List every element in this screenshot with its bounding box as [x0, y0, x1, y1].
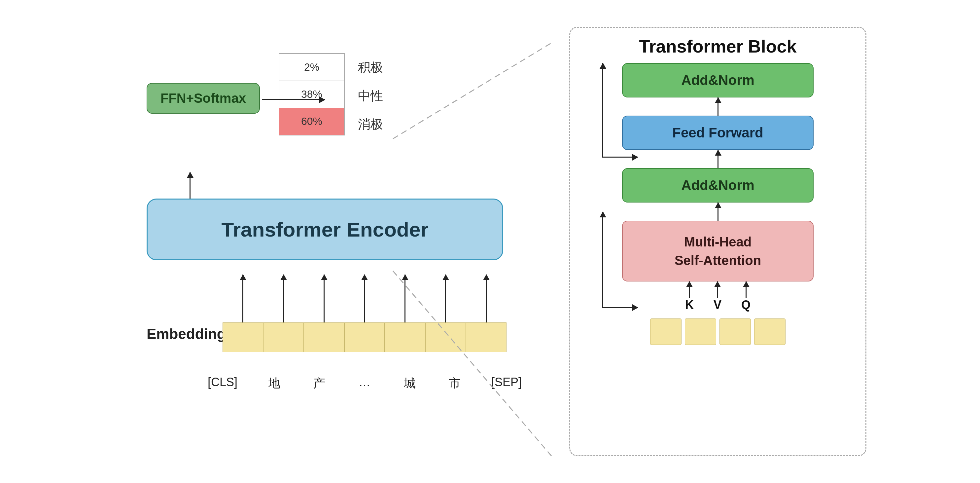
v-arrow-group: V — [714, 282, 721, 312]
add-norm-top-label: Add&Norm — [681, 72, 754, 88]
transformer-encoder-label: Transformer Encoder — [221, 218, 428, 241]
bar-positive-label: 2% — [304, 61, 319, 73]
right-emb-1 — [650, 319, 681, 345]
blocks-area: Add&Norm Feed Forward Add&Norm — [569, 63, 866, 345]
arrow-ff-to-add-norm — [718, 150, 719, 168]
right-emb-2 — [685, 319, 716, 345]
emb-cell-7 — [466, 322, 506, 352]
emb-arrow-1 — [242, 274, 243, 322]
emb-arrow-5 — [404, 274, 406, 322]
token-di: 地 — [264, 375, 284, 392]
right-panel: Transformer Block Add&Norm Feed Forward … — [569, 27, 866, 456]
token-cheng: 城 — [400, 375, 420, 392]
arrow-head — [743, 281, 749, 287]
skip-bot-horizontal — [602, 307, 638, 308]
mhsa-line1: Multi-Head — [684, 234, 751, 249]
token-labels: [CLS] 地 产 … 城 市 [SEP] — [206, 375, 523, 392]
arrow-add-norm-to-mhsa — [718, 202, 719, 221]
arrow-head — [483, 274, 490, 280]
bar-negative-label: 60% — [301, 115, 322, 128]
add-norm-top-block: Add&Norm — [622, 63, 814, 97]
arrow-head — [715, 202, 721, 208]
arrow-head-up — [187, 172, 194, 178]
arrow-head — [442, 274, 449, 280]
token-chan: 产 — [309, 375, 329, 392]
right-emb-3 — [719, 319, 751, 345]
token-shi: 市 — [445, 375, 465, 392]
arrow-head — [402, 274, 409, 280]
emb-cell-6 — [425, 322, 466, 352]
arrow-head — [715, 150, 721, 156]
bar-positive: 2% — [279, 54, 344, 81]
k-label: K — [685, 298, 694, 312]
arrow-head — [240, 274, 246, 280]
skip-bot-arrow-head — [600, 212, 606, 217]
main-container: 2% 38% 60% 积极 中性 消极 FFN+Softmax — [0, 0, 980, 483]
feed-forward-label: Feed Forward — [672, 125, 763, 140]
embedding-row — [223, 322, 506, 352]
add-norm-bot-block: Add&Norm — [622, 168, 814, 202]
ffn-softmax-box: FFN+Softmax — [146, 83, 260, 114]
emb-arrow-6 — [445, 274, 446, 322]
skip-top-horizontal — [602, 156, 638, 158]
emb-cell-3 — [304, 322, 344, 352]
right-emb-4 — [754, 319, 786, 345]
bar-negative: 60% — [279, 108, 344, 135]
emb-cell-2 — [263, 322, 304, 352]
right-embeddings — [650, 319, 786, 345]
kvq-section: K V Q — [685, 282, 751, 312]
embedding-label: Embedding — [146, 326, 226, 342]
v-label: V — [714, 298, 721, 312]
skip-bot-vertical — [602, 212, 603, 308]
left-diagram: 2% 38% 60% 积极 中性 消极 FFN+Softmax — [120, 43, 549, 440]
arrow-head — [280, 274, 287, 280]
k-arrow-group: K — [685, 282, 694, 312]
arrow-add-norm-to-ff — [718, 97, 719, 116]
ffn-softmax-label: FFN+Softmax — [161, 91, 246, 105]
v-arrow-shaft — [717, 282, 718, 298]
arrow-head — [714, 281, 721, 287]
token-ellipsis: … — [355, 375, 374, 392]
k-arrow-shaft — [689, 282, 690, 298]
token-cls: [CLS] — [206, 375, 239, 392]
emb-cell-1 — [223, 322, 263, 352]
emb-arrow-2 — [283, 274, 284, 322]
label-negative: 消极 — [358, 110, 383, 139]
arrow-head-right — [319, 96, 325, 103]
emb-arrow-4 — [364, 274, 365, 322]
emb-cell-4 — [344, 322, 385, 352]
skip-top-vertical — [602, 63, 603, 157]
output-bars: 2% 38% 60% — [279, 53, 345, 135]
emb-arrow-7 — [486, 274, 487, 322]
transformer-encoder-box: Transformer Encoder — [146, 199, 503, 260]
emb-cell-5 — [385, 322, 425, 352]
arrow-head — [715, 97, 721, 103]
encoder-to-ffn-arrow — [189, 172, 191, 199]
mhsa-line2: Self-Attention — [675, 253, 761, 268]
emb-arrows — [223, 274, 506, 322]
label-positive: 积极 — [358, 53, 383, 81]
label-neutral: 中性 — [358, 81, 383, 110]
arrow-head-right — [632, 154, 638, 161]
transformer-block-title: Transformer Block — [569, 36, 866, 56]
feed-forward-block: Feed Forward — [622, 116, 814, 150]
skip-top-arrow-head — [600, 63, 606, 69]
mhsa-block: Multi-Head Self-Attention — [622, 221, 814, 282]
bar-neutral: 38% — [279, 81, 344, 108]
arrow-head — [686, 281, 693, 287]
output-labels: 积极 中性 消极 — [358, 53, 383, 139]
ffn-to-output-arrow — [262, 99, 325, 100]
arrow-head — [321, 274, 328, 280]
q-label: Q — [741, 298, 751, 312]
output-section: 2% 38% 60% 积极 中性 消极 — [279, 53, 383, 139]
emb-arrow-3 — [324, 274, 325, 322]
arrow-head-right — [632, 304, 638, 311]
arrow-head — [361, 274, 368, 280]
q-arrow-group: Q — [741, 282, 751, 312]
add-norm-bot-label: Add&Norm — [681, 177, 754, 193]
q-arrow-shaft — [746, 282, 746, 298]
token-sep: [SEP] — [490, 375, 523, 392]
